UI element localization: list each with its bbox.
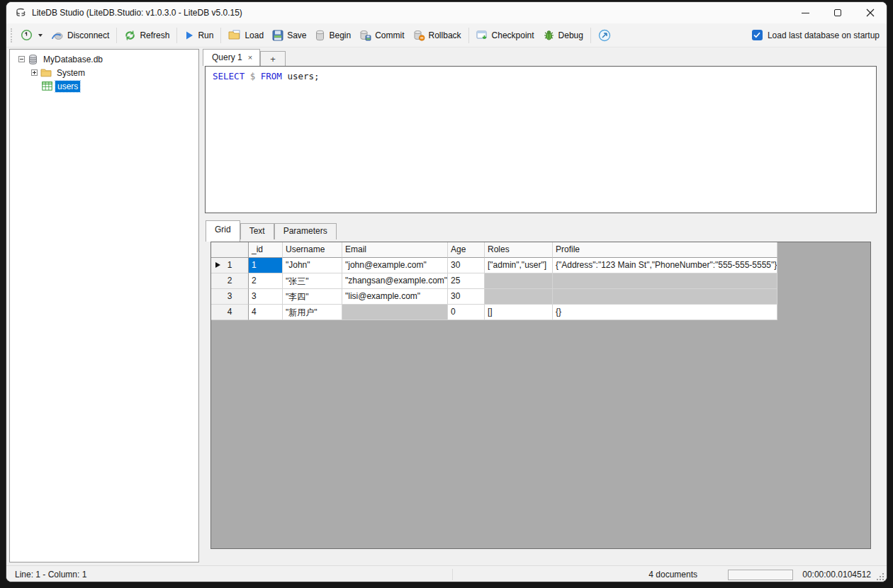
cell-username[interactable]: "John" (283, 258, 342, 273)
load-button[interactable]: Load (224, 27, 268, 43)
minimize-button[interactable] (789, 2, 821, 23)
sql-keyword-from: FROM (261, 71, 282, 81)
close-button[interactable] (854, 2, 887, 23)
tree-label-users[interactable]: users (55, 81, 80, 92)
cursor-position-label: Line: 1 - Column: 1 (6, 570, 86, 579)
connect-icon (21, 29, 33, 41)
grid-row-1: 1 1 "John" "john@example.com" 30 ["admin… (211, 258, 870, 273)
column-header-id[interactable]: _id (249, 242, 283, 258)
run-button[interactable]: Run (180, 28, 218, 43)
row-header[interactable]: 1 (211, 258, 249, 273)
toolbar-grip[interactable] (11, 28, 13, 43)
cell-roles[interactable]: ["admin","user"] (485, 258, 553, 273)
disconnect-icon (51, 30, 64, 41)
maximize-button[interactable] (821, 2, 854, 23)
tab-parameters[interactable]: Parameters (274, 223, 337, 239)
debug-label: Debug (558, 30, 583, 40)
tab-grid[interactable]: Grid (206, 220, 240, 242)
tree-label-system[interactable]: System (55, 67, 87, 79)
cell-email[interactable]: "john@example.com" (342, 258, 448, 273)
tree-node-users[interactable]: users (11, 79, 197, 93)
cell-profile[interactable]: {} (553, 305, 777, 320)
row-header[interactable]: 4 (211, 305, 249, 320)
cell-id[interactable]: 1 (249, 258, 283, 273)
cell-age[interactable]: 0 (448, 305, 485, 320)
toolbar-separator (590, 28, 591, 43)
cell-username[interactable]: "李四" (283, 289, 342, 305)
column-header-profile[interactable]: Profile (553, 242, 777, 258)
checkpoint-button[interactable]: Checkpoint (472, 27, 539, 44)
cell-email[interactable]: "lisi@example.com" (342, 289, 448, 305)
connect-dropdown-button[interactable] (16, 26, 47, 44)
cell-username[interactable]: "新用户" (283, 305, 342, 320)
toolbar-separator (176, 28, 177, 43)
title-bar: LiteDB Studio (LiteDB.Studio: v1.0.3.0 -… (6, 2, 887, 23)
expand-expander-icon[interactable] (31, 69, 38, 76)
tree-label-database[interactable]: MyDatabase.db (41, 54, 105, 65)
row-header[interactable]: 2 (211, 273, 249, 289)
document-count-label: 4 documents (648, 570, 697, 579)
cell-username[interactable]: "张三" (283, 273, 342, 289)
row-header[interactable]: 3 (211, 289, 249, 305)
refresh-button[interactable]: Refresh (120, 27, 174, 44)
tab-query-1-label: Query 1 (212, 52, 242, 62)
close-icon (866, 9, 875, 17)
debug-button[interactable]: Debug (539, 27, 588, 44)
add-query-tab-button[interactable]: + (260, 51, 286, 66)
commit-button[interactable]: Commit (355, 27, 408, 44)
tab-query-1[interactable]: Query 1 × (203, 49, 260, 66)
cell-email[interactable]: "zhangsan@example.com" (342, 273, 448, 289)
tab-text[interactable]: Text (240, 223, 274, 239)
toolbar-separator (116, 28, 117, 43)
load-last-db-label[interactable]: Load last database on startup (768, 30, 880, 40)
app-window: LiteDB Studio (LiteDB.Studio: v1.0.3.0 -… (6, 1, 887, 582)
cell-roles[interactable]: [] (485, 305, 553, 320)
save-button[interactable]: Save (268, 27, 310, 44)
disconnect-button[interactable]: Disconnect (47, 27, 113, 44)
grid-row-4: 4 4 "新用户" 0 [] {} (211, 305, 870, 320)
begin-button[interactable]: Begin (310, 27, 355, 44)
save-floppy-icon (272, 30, 283, 41)
maximize-icon (834, 9, 841, 16)
column-header-roles[interactable]: Roles (485, 242, 553, 258)
sql-editor[interactable]: SELECT $ FROM users; (205, 66, 877, 213)
grid-row-3: 3 3 "李四" "lisi@example.com" 30 (211, 289, 870, 305)
column-header-username[interactable]: Username (283, 242, 342, 258)
cell-id[interactable]: 4 (249, 305, 283, 320)
rollback-button[interactable]: Rollback (409, 27, 466, 44)
navigate-icon (598, 29, 611, 42)
cell-profile-null[interactable] (553, 273, 777, 289)
cell-email-null[interactable] (342, 305, 448, 320)
database-icon (28, 54, 38, 65)
commit-icon (359, 30, 371, 41)
cell-age[interactable]: 25 (448, 273, 485, 289)
checkpoint-label: Checkpoint (492, 30, 534, 40)
tree-node-database[interactable]: MyDatabase.db (11, 52, 197, 66)
folder-icon (40, 68, 52, 77)
cell-roles-null[interactable] (485, 289, 553, 305)
load-last-db-checkbox[interactable] (752, 30, 763, 40)
navigate-button[interactable] (594, 26, 615, 45)
tab-close-icon[interactable]: × (248, 53, 252, 62)
begin-label: Begin (329, 30, 351, 40)
tree-node-system[interactable]: System (11, 66, 197, 79)
resize-grip[interactable] (875, 572, 884, 580)
litedb-app-icon (15, 7, 26, 18)
toolbar-separator (468, 28, 469, 43)
rollback-label: Rollback (429, 30, 461, 40)
cell-id[interactable]: 3 (249, 289, 283, 305)
cell-profile[interactable]: {"Address":"123 Main St","PhoneNumber":"… (553, 258, 777, 273)
cell-age[interactable]: 30 (448, 289, 485, 305)
debug-bug-icon (543, 30, 555, 41)
cell-id[interactable]: 2 (249, 273, 283, 289)
column-header-email[interactable]: Email (342, 242, 448, 258)
cell-roles-null[interactable] (485, 273, 553, 289)
column-header-age[interactable]: Age (448, 242, 485, 258)
grid-corner-cell[interactable] (211, 242, 249, 258)
sql-param: $ (250, 71, 256, 81)
toolbar-separator (220, 28, 221, 43)
status-bar: Line: 1 - Column: 1 4 documents 00:00:00… (6, 565, 887, 582)
collapse-expander-icon[interactable] (18, 56, 25, 62)
cell-age[interactable]: 30 (448, 258, 485, 273)
cell-profile-null[interactable] (553, 289, 777, 305)
